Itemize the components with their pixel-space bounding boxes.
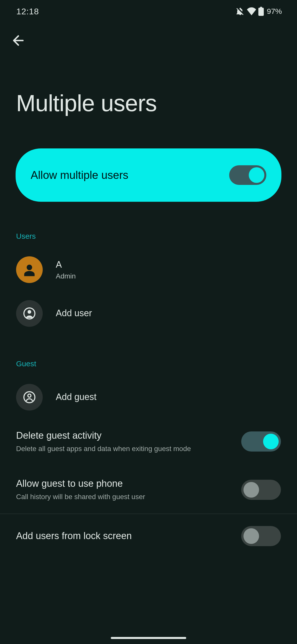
- add-guest-item[interactable]: Add guest: [0, 377, 297, 418]
- add-users-lockscreen-title: Add users from lock screen: [16, 530, 220, 542]
- allow-guest-phone-item[interactable]: Allow guest to use phone Call history wi…: [0, 466, 297, 514]
- add-users-lockscreen-toggle[interactable]: [241, 526, 281, 546]
- allow-guest-phone-toggle[interactable]: [241, 480, 281, 500]
- notifications-off-icon: [236, 7, 245, 16]
- delete-guest-activity-toggle[interactable]: [241, 431, 281, 452]
- delete-guest-activity-title: Delete guest activity: [16, 430, 220, 442]
- delete-guest-activity-desc: Delete all guest apps and data when exit…: [16, 444, 220, 454]
- delete-guest-activity-item[interactable]: Delete guest activity Delete all guest a…: [0, 418, 297, 466]
- allow-multiple-users-toggle[interactable]: [229, 165, 266, 185]
- user-role: Admin: [56, 272, 76, 280]
- status-bar: 12:18 97%: [0, 0, 297, 23]
- wifi-icon: [247, 7, 256, 15]
- add-user-label: Add user: [56, 307, 92, 319]
- add-guest-label: Add guest: [56, 391, 96, 403]
- allow-multiple-users-label: Allow multiple users: [31, 169, 128, 181]
- allow-guest-phone-title: Allow guest to use phone: [16, 478, 220, 490]
- add-user-item[interactable]: Add user: [0, 290, 297, 337]
- battery-icon: [258, 7, 264, 16]
- guest-section-header: Guest: [0, 337, 297, 377]
- status-right: 97%: [236, 7, 282, 16]
- allow-multiple-users-card[interactable]: Allow multiple users: [16, 148, 281, 202]
- back-button[interactable]: [11, 33, 26, 48]
- user-avatar-icon: [16, 256, 43, 283]
- allow-guest-phone-desc: Call history will be shared with guest u…: [16, 492, 220, 502]
- users-section-header: Users: [0, 202, 297, 249]
- svg-point-0: [27, 265, 32, 270]
- svg-point-4: [28, 394, 31, 397]
- add-user-icon: [16, 300, 43, 327]
- svg-point-2: [28, 310, 31, 314]
- navigation-handle[interactable]: [111, 637, 186, 639]
- battery-percentage: 97%: [267, 7, 282, 16]
- add-users-lockscreen-item[interactable]: Add users from lock screen: [0, 514, 297, 558]
- user-name: A: [56, 259, 76, 271]
- status-time: 12:18: [16, 7, 39, 16]
- add-guest-icon: [16, 384, 43, 411]
- page-title: Multiple users: [0, 48, 297, 116]
- user-list-item-admin[interactable]: A Admin: [0, 249, 297, 290]
